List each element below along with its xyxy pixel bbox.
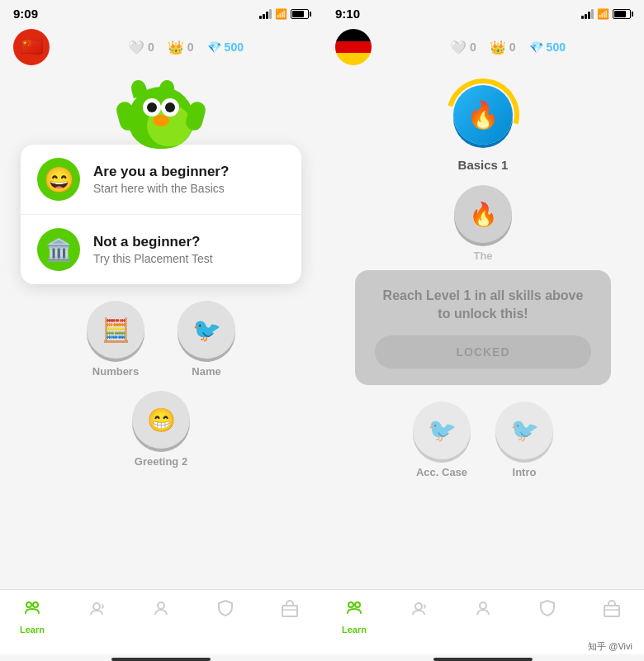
main-content-right: 🔥 Basics 1 🔥 The Reach Level 1 in all sk… (322, 70, 644, 589)
status-icons-right: 📶 (581, 8, 631, 20)
streak-count-right: 0 (509, 40, 516, 54)
crown-icon-right: 👑 (490, 40, 506, 55)
learn-icon-right (344, 598, 364, 623)
home-indicator-left (111, 658, 211, 661)
beginner-icon: 😄 (37, 158, 80, 201)
status-time-left: 9:09 (13, 7, 38, 21)
profile-icon-left (151, 598, 171, 623)
name-circle[interactable]: 🐦 (178, 301, 235, 359)
streak-stat: 👑 0 (168, 40, 194, 55)
svg-point-2 (93, 603, 100, 610)
tab-shield-left[interactable] (193, 595, 258, 638)
social-icon-right (409, 598, 429, 623)
skills-row-2: 😁 Greeting 2 (132, 391, 190, 468)
status-time-right: 9:10 (335, 7, 360, 21)
basics1-ring (433, 70, 533, 164)
learn-label-left: Learn (20, 625, 45, 635)
gems-count: 500 (225, 40, 244, 54)
owl-eye-right (161, 98, 179, 117)
basics-section: 🔥 Basics 1 🔥 The Reach Level 1 in all sk… (322, 78, 644, 478)
greeting2-circle[interactable]: 😁 (132, 391, 190, 449)
social-icon-left (87, 598, 107, 623)
beginner-option[interactable]: 😄 Are you a beginner? Start here with th… (21, 145, 301, 215)
basics1-label: Basics 1 (458, 158, 509, 172)
beginner-subtitle: Start here with the Basics (93, 182, 229, 195)
hearts-stat-right: 🤍 0 (450, 40, 476, 55)
tab-profile-left[interactable] (129, 595, 193, 638)
tab-social-left[interactable] (64, 595, 129, 638)
tab-learn-right[interactable]: Learn (322, 595, 386, 638)
greeting2-skill[interactable]: 😁 Greeting 2 (132, 391, 190, 468)
the-skill-node[interactable]: 🔥 The (454, 185, 512, 262)
svg-point-8 (415, 603, 422, 610)
intro-circle[interactable]: 🐦 (495, 402, 553, 459)
hearts-count: 0 (148, 40, 154, 54)
acc-case-label: Acc. Case (416, 466, 467, 478)
owl-pupil-right (165, 102, 175, 112)
numbers-skill[interactable]: 🧮 Numbers (87, 301, 144, 378)
owl-body (128, 87, 194, 149)
greeting2-label: Greeting 2 (135, 455, 187, 468)
germany-flag[interactable] (335, 29, 372, 65)
skills-row-1: 🧮 Numbers 🐦 Name (87, 301, 235, 378)
acc-case-skill[interactable]: 🐦 Acc. Case (413, 402, 471, 478)
the-circle[interactable]: 🔥 (454, 185, 512, 243)
tab-bar-left: Learn (0, 589, 322, 654)
numbers-label: Numbers (92, 365, 139, 378)
hearts-stat: 🤍 0 (128, 40, 154, 55)
not-beginner-text: Not a beginner? Try this Placement Test (93, 234, 213, 265)
the-label: The (473, 250, 492, 262)
not-beginner-option[interactable]: 🏛️ Not a beginner? Try this Placement Te… (21, 215, 301, 284)
svg-point-1 (33, 602, 38, 607)
owl-beak (153, 115, 169, 126)
heart-icon-right: 🤍 (450, 40, 466, 55)
acc-case-circle[interactable]: 🐦 (413, 402, 471, 459)
beginner-text: Are you a beginner? Start here with the … (93, 164, 229, 195)
wifi-icon-right: 📶 (597, 8, 609, 20)
status-bar-right: 9:10 📶 (322, 0, 644, 24)
gems-stat: 💎 500 (207, 40, 244, 54)
watermark: 知乎 @Vivi (583, 639, 637, 654)
china-flag[interactable]: 🇨🇳 (13, 29, 50, 65)
home-indicator-right (433, 658, 533, 661)
heart-icon: 🤍 (128, 40, 144, 55)
basics1-node[interactable]: 🔥 Basics 1 (447, 78, 519, 172)
name-skill[interactable]: 🐦 Name (178, 301, 235, 378)
gem-icon: 💎 (207, 40, 221, 54)
svg-point-0 (26, 602, 31, 607)
owl-mascot (120, 78, 202, 153)
not-beginner-subtitle: Try this Placement Test (93, 252, 213, 265)
intro-skill[interactable]: 🐦 Intro (495, 402, 553, 478)
tab-learn-left[interactable]: Learn (0, 595, 64, 638)
svg-rect-4 (282, 606, 297, 616)
basics1-circle-container: 🔥 (447, 78, 519, 151)
battery-icon (291, 9, 309, 19)
profile-icon-right (473, 598, 493, 623)
shop-icon-right (602, 598, 622, 623)
owl-pupil-left (147, 102, 157, 112)
main-content-left: 😄 Are you a beginner? Start here with th… (0, 70, 322, 589)
shield-icon-right (537, 598, 557, 623)
gem-icon-right: 💎 (529, 40, 543, 54)
locked-button[interactable]: LOCKED (375, 335, 591, 369)
svg-point-9 (480, 602, 486, 609)
intro-label: Intro (513, 466, 537, 478)
nav-stats-left: 🤍 0 👑 0 💎 500 (63, 40, 309, 55)
learn-label-right: Learn (342, 625, 367, 635)
numbers-circle[interactable]: 🧮 (87, 301, 144, 359)
tab-shop-right[interactable] (580, 595, 644, 638)
top-nav-left: 🇨🇳 🤍 0 👑 0 💎 500 (0, 24, 322, 70)
owl-eye-left (143, 98, 161, 117)
tab-profile-right[interactable] (451, 595, 515, 638)
tab-shop-left[interactable] (258, 595, 322, 638)
status-bar-left: 9:09 📶 (0, 0, 322, 24)
tab-social-right[interactable] (386, 595, 451, 638)
nav-stats-right: 🤍 0 👑 0 💎 500 (385, 40, 631, 55)
left-phone: 9:09 📶 🇨🇳 🤍 0 👑 0 💎 500 (0, 0, 322, 661)
tab-shield-right[interactable] (515, 595, 580, 638)
placement-icon: 🏛️ (37, 228, 80, 271)
name-label: Name (192, 365, 220, 378)
battery-icon-right (613, 9, 631, 19)
wifi-icon: 📶 (275, 8, 287, 20)
right-phone: 9:10 📶 🤍 0 👑 0 (322, 0, 644, 661)
